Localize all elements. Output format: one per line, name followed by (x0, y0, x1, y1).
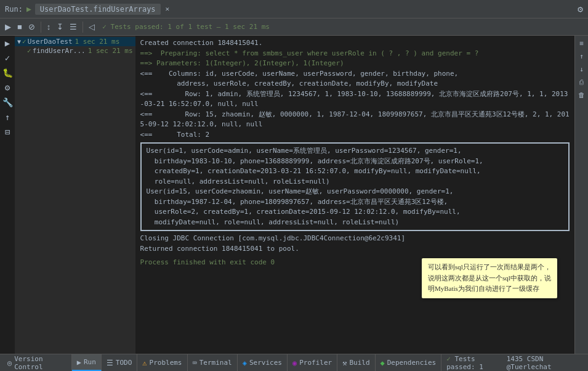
console-line-3: ==> Parameters: 1(Integer), 2(Integer), … (140, 59, 570, 69)
closing-line-1: Closing JDBC Connection [com.mysql.jdbc.… (140, 234, 570, 244)
tab-close-icon[interactable]: ✕ (166, 5, 170, 13)
main-area: ▶ ✓ 🐛 ⚙ 🔧 ↑ ⊟ ▼ ✓ UserDaoTest 1 sec 21 m… (0, 36, 588, 354)
sort-button[interactable]: ↕ (44, 22, 54, 32)
tree-child-label: findUserAr... (33, 47, 86, 55)
box-line-1: User(id=1, userCode=admin, userName=系统管理… (147, 146, 563, 157)
tab-build-label: Build (349, 359, 369, 367)
gear-icon[interactable]: ⚙ (578, 4, 583, 15)
console-line-5: address, userRole, createdBy, creationDa… (140, 79, 570, 89)
tree-root-label: UserDaoTest (28, 38, 73, 46)
tab-services[interactable]: ◈ Services (238, 354, 288, 371)
tab-run[interactable]: ▶ Run (72, 354, 102, 371)
test-icon[interactable]: ✓ (0, 51, 15, 65)
tree-root-item[interactable]: ▼ ✓ UserDaoTest 1 sec 21 ms (15, 37, 135, 46)
tab-problems[interactable]: ⚠ Problems (137, 354, 187, 371)
tab-dependencies[interactable]: ◆ Dependencies (376, 354, 442, 371)
sidebar-icons: ▶ ✓ 🐛 ⚙ 🔧 ↑ ⊟ (0, 36, 15, 354)
services-icon: ◈ (243, 359, 247, 367)
prev-fail-button[interactable]: ◁ (86, 22, 97, 32)
run-label: Run: (5, 5, 23, 14)
check-status-icon: ✓ (446, 355, 451, 363)
layout-icon[interactable]: ⊟ (0, 124, 15, 139)
console-line-8: <== Total: 2 (140, 130, 570, 141)
tab-terminal[interactable]: ⌨ Terminal (188, 354, 238, 371)
run-icon: ▶ (26, 4, 31, 14)
tab-run-label: Run (84, 358, 96, 366)
sort2-button[interactable]: ↧ (54, 22, 66, 32)
bottom-bar: ◎ Version Control ▶ Run ☰ TODO ⚠ Problem… (0, 354, 588, 371)
test-status-bar: ✓ Tests passed: 1 (441, 355, 506, 371)
console-line-1: Created connection 1848415041. (140, 38, 570, 49)
profiler-icon: ◉ (292, 359, 297, 367)
tab-terminal-label: Terminal (199, 359, 232, 367)
rerun-button[interactable]: ▶ (2, 22, 14, 32)
tree-child-check-icon: ✓ (27, 47, 31, 55)
run-sidebar-icon[interactable]: ▶ (0, 36, 15, 51)
tree-expand-icon: ▼ (17, 38, 21, 45)
test-passed-label: ✓ Tests passed: 1 of 1 test – 1 sec 21 m… (102, 23, 270, 31)
toolbar2: ▶ ■ ⊘ ↕ ↧ ☰ ◁ ✓ Tests passed: 1 of 1 tes… (0, 18, 588, 36)
problems-icon: ⚠ (142, 359, 147, 367)
tab-todo-label: TODO (116, 359, 132, 367)
run-tab-icon: ▶ (77, 358, 81, 367)
annotation-bubble: 可以看到sql只运行了一次而结果是两个，说明这两次都是从这一个sql中获取的，说… (422, 258, 557, 298)
console-line-6: <== Row: 1, admin, 系统管理员, 1234567, 1, 19… (140, 89, 570, 110)
tree-child-item[interactable]: ✓ findUserAr... 1 sec 21 ms (15, 46, 135, 55)
strip-menu-icon[interactable]: ≡ (578, 38, 585, 49)
debug-icon[interactable]: 🐛 (0, 65, 15, 80)
tab-name[interactable]: UserDaoTest.findUserArrays (35, 4, 161, 15)
box-line-8: modifyDate=null, role=null, addressList=… (147, 218, 563, 228)
console-line-4: <== Columns: id, userCode, userName, use… (140, 69, 570, 80)
pause-button[interactable]: ⊘ (26, 22, 38, 32)
output-panel: Created connection 1848415041. ==> Prepa… (135, 36, 574, 354)
strip-print-icon[interactable]: ⎙ (578, 77, 585, 88)
stop-button[interactable]: ■ (15, 22, 25, 32)
bottom-right-info: 1435 CSDN @Tuerlechat (507, 355, 586, 371)
closing-line-2: Returned connection 1848415041 to pool. (140, 244, 570, 255)
tab-problems-label: Problems (150, 359, 182, 367)
tab-services-label: Services (249, 359, 282, 367)
box-line-6: birthday=1987-12-04, phone=18099897657, … (147, 197, 563, 208)
dependencies-icon: ◆ (381, 359, 385, 367)
tab-build[interactable]: ⚒ Build (337, 354, 375, 371)
right-strip: ≡ ↑ ↓ ⎙ 🗑 (574, 36, 588, 354)
top-bar: Run: ▶ UserDaoTest.findUserArrays ✕ ⚙ (0, 0, 588, 18)
tab-profiler-label: Profiler (299, 359, 332, 367)
tree-child-time: 1 sec 21 ms (88, 47, 133, 55)
build-icon: ⚒ (342, 359, 347, 367)
box-line-7: userRole=2, createdBy=1, creationDate=20… (147, 207, 563, 218)
up-icon[interactable]: ↑ (0, 110, 15, 124)
list-button[interactable]: ☰ (67, 22, 79, 32)
tree-panel: ▼ ✓ UserDaoTest 1 sec 21 ms ✓ findUserAr… (15, 36, 135, 354)
tree-root-time: 1 sec 21 ms (75, 38, 120, 46)
strip-delete-icon[interactable]: 🗑 (577, 90, 586, 100)
tab-todo[interactable]: ☰ TODO (102, 354, 138, 371)
tree-check-icon: ✓ (22, 38, 26, 46)
console-line-2: ==> Preparing: select * from smbms_user … (140, 49, 570, 59)
tab-profiler[interactable]: ◉ Profiler (288, 354, 337, 371)
highlight-box: User(id=1, userCode=admin, userName=系统管理… (140, 142, 570, 231)
tab-dependencies-label: Dependencies (387, 359, 436, 367)
check-icon: ✓ (102, 23, 107, 31)
version-control-icon: ◎ (7, 359, 12, 367)
test-count: Tests passed: 1 (446, 355, 483, 371)
tab-version-control-label: Version Control (14, 355, 66, 371)
box-line-3: createdBy=1, creationDate=2013-03-21 16:… (147, 166, 563, 177)
tab-version-control[interactable]: ◎ Version Control (2, 354, 72, 371)
todo-icon: ☰ (107, 359, 113, 367)
separator2 (83, 22, 83, 33)
settings-sidebar-icon[interactable]: ⚙ (0, 80, 15, 95)
box-line-4: role=null, addressList=null, roleList=nu… (147, 177, 563, 187)
sidebar: ▶ ✓ 🐛 ⚙ 🔧 ↑ ⊟ ▼ ✓ UserDaoTest 1 sec 21 m… (0, 36, 135, 354)
tool-icon[interactable]: 🔧 (0, 95, 15, 110)
separator1 (41, 22, 41, 33)
box-line-5: User(id=15, userCode=zhaomin, userName=赵… (147, 187, 563, 197)
box-line-2: birthday=1983-10-10, phone=13688889999, … (147, 157, 563, 167)
strip-down-icon[interactable]: ↓ (578, 64, 585, 75)
console-line-7: <== Row: 15, zhaomin, 赵敏, 0000000, 1, 19… (140, 110, 570, 130)
terminal-icon: ⌨ (193, 359, 197, 367)
strip-up-icon[interactable]: ↑ (578, 51, 585, 62)
